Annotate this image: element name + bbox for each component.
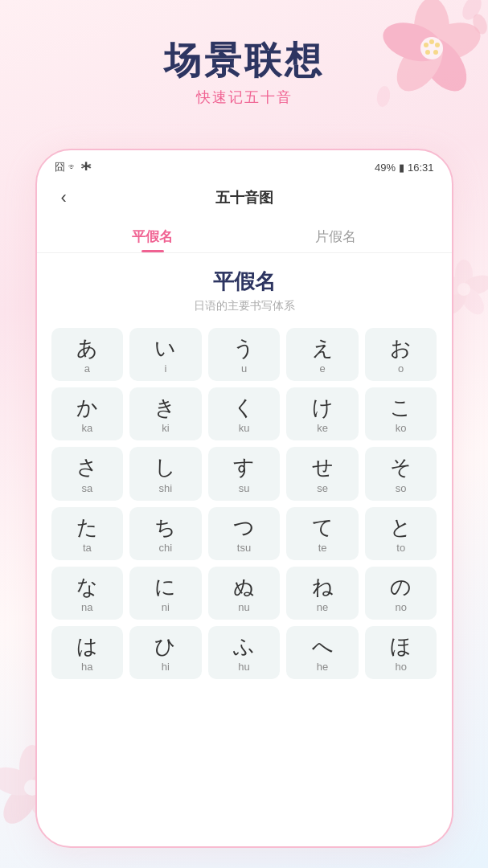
kana-romanization: na xyxy=(81,601,92,613)
kana-romanization: ke xyxy=(317,422,328,434)
svg-point-21 xyxy=(461,272,488,298)
sub-title: 快速记五十音 xyxy=(0,88,488,107)
kana-cell[interactable]: にni xyxy=(129,567,202,620)
kana-character: ほ xyxy=(390,634,412,659)
kana-romanization: chi xyxy=(159,542,173,554)
kana-character: の xyxy=(390,575,412,600)
kana-romanization: se xyxy=(317,482,328,494)
kana-character: う xyxy=(233,336,255,361)
kana-character: ふ xyxy=(233,634,255,659)
kana-cell[interactable]: あa xyxy=(51,328,124,381)
kana-cell[interactable]: すsu xyxy=(208,447,281,500)
kana-cell[interactable]: のno xyxy=(365,567,437,620)
section-title: 平假名 xyxy=(51,268,437,296)
kana-character: ひ xyxy=(154,634,176,659)
kana-romanization: shi xyxy=(159,482,173,494)
kana-romanization: ko xyxy=(396,422,407,434)
phone-mockup: 囧 ᯤ ✱ 49% ▮ 16:31 ‹ 五十音图 平假名 片假名 平假名 日语的… xyxy=(35,149,453,848)
kana-romanization: ni xyxy=(162,601,170,613)
kana-romanization: hu xyxy=(238,661,249,673)
kana-cell[interactable]: なna xyxy=(51,567,124,620)
nav-bar: ‹ 五十音图 xyxy=(37,179,452,219)
kana-cell[interactable]: てte xyxy=(286,507,359,560)
kana-character: い xyxy=(154,336,176,361)
kana-cell[interactable]: くku xyxy=(208,387,281,440)
kana-character: お xyxy=(390,336,412,361)
clock: 16:31 xyxy=(408,162,434,174)
kana-cell[interactable]: おo xyxy=(365,328,437,381)
kana-character: ぬ xyxy=(233,575,255,600)
kana-romanization: a xyxy=(84,362,90,375)
svg-point-20 xyxy=(455,260,473,290)
kana-cell[interactable]: そso xyxy=(365,447,437,500)
kana-romanization: ho xyxy=(395,661,406,673)
kana-cell[interactable]: ひhi xyxy=(129,626,202,679)
kana-cell[interactable]: さsa xyxy=(51,447,124,500)
header-section: 场景联想 快速记五十音 xyxy=(0,0,488,123)
kana-romanization: ki xyxy=(162,422,169,434)
tab-katakana[interactable]: 片假名 xyxy=(244,219,428,252)
kana-cell[interactable]: いi xyxy=(129,328,202,381)
kana-romanization: o xyxy=(398,362,404,375)
kana-cell[interactable]: つtsu xyxy=(208,507,281,560)
kana-cell[interactable]: こko xyxy=(365,387,437,440)
main-title: 场景联想 xyxy=(0,40,488,81)
battery-icon: ▮ xyxy=(399,162,404,174)
kana-character: あ xyxy=(76,336,98,361)
status-right: 49% ▮ 16:31 xyxy=(375,162,434,174)
kana-cell[interactable]: きki xyxy=(129,387,202,440)
kana-cell[interactable]: はha xyxy=(51,626,124,679)
kana-character: は xyxy=(76,634,98,659)
kana-character: か xyxy=(76,395,98,420)
svg-point-18 xyxy=(0,762,39,800)
kana-character: ち xyxy=(154,515,176,540)
kana-romanization: hi xyxy=(162,661,170,673)
kana-romanization: su xyxy=(239,482,250,494)
status-bar: 囧 ᯤ ✱ 49% ▮ 16:31 xyxy=(37,150,452,179)
kana-cell[interactable]: ほho xyxy=(365,626,437,679)
kana-cell[interactable]: ぬnu xyxy=(208,567,281,620)
battery-percent: 49% xyxy=(375,162,396,174)
kana-character: な xyxy=(76,575,98,600)
kana-character: さ xyxy=(76,455,98,480)
kana-romanization: he xyxy=(317,661,328,673)
kana-character: く xyxy=(233,395,255,420)
kana-cell[interactable]: ちchi xyxy=(129,507,202,560)
svg-point-22 xyxy=(457,284,488,319)
kana-character: し xyxy=(154,455,176,480)
tab-bar: 平假名 片假名 xyxy=(37,219,452,253)
tab-hiragana[interactable]: 平假名 xyxy=(61,219,244,252)
kana-cell[interactable]: しshi xyxy=(129,447,202,500)
nav-title: 五十音图 xyxy=(215,188,273,207)
kana-romanization: sa xyxy=(81,482,92,494)
kana-romanization: i xyxy=(164,362,166,375)
kana-romanization: tsu xyxy=(237,542,251,554)
kana-romanization: ta xyxy=(83,542,92,554)
kana-cell[interactable]: せse xyxy=(286,447,359,500)
kana-romanization: so xyxy=(396,482,407,494)
kana-character: せ xyxy=(312,455,334,480)
section-desc: 日语的主要书写体系 xyxy=(51,299,437,313)
back-button[interactable]: ‹ xyxy=(55,184,73,211)
kana-character: て xyxy=(312,515,334,540)
kana-character: す xyxy=(233,455,255,480)
svg-point-25 xyxy=(457,283,470,296)
kana-romanization: u xyxy=(241,362,247,375)
kana-cell[interactable]: うu xyxy=(208,328,281,381)
kana-cell[interactable]: とto xyxy=(365,507,437,560)
kana-cell[interactable]: けke xyxy=(286,387,359,440)
kana-romanization: nu xyxy=(238,601,249,613)
kana-cell[interactable]: へhe xyxy=(286,626,359,679)
kana-cell[interactable]: えe xyxy=(286,328,359,381)
kana-cell[interactable]: ふhu xyxy=(208,626,281,679)
kana-cell[interactable]: かka xyxy=(51,387,124,440)
status-icons: 囧 ᯤ ✱ xyxy=(55,160,92,174)
kana-cell[interactable]: たta xyxy=(51,507,124,560)
kana-character: そ xyxy=(390,455,412,480)
kana-character: ね xyxy=(312,575,334,600)
kana-cell[interactable]: ねne xyxy=(286,567,359,620)
kana-grid: あaいiうuえeおoかkaきkiくkuけkeこkoさsaしshiすsuせseそs… xyxy=(51,328,437,679)
kana-romanization: no xyxy=(395,601,406,613)
kana-character: え xyxy=(312,336,334,361)
status-left: 囧 ᯤ ✱ xyxy=(55,160,92,174)
